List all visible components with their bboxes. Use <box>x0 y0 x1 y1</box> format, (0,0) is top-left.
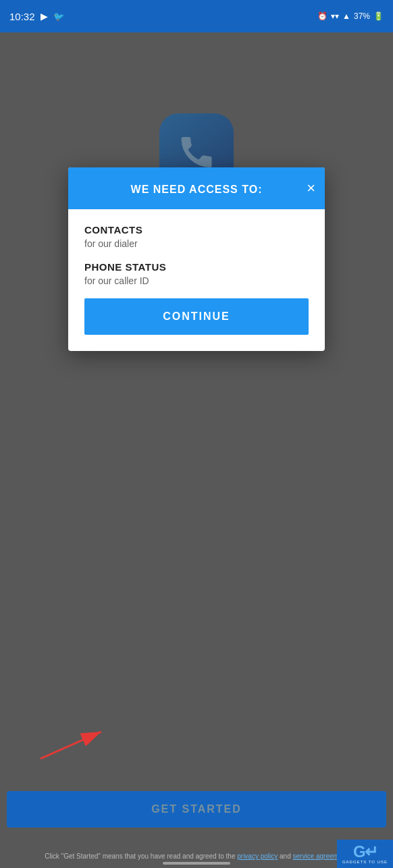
main-background: Caller ID WE NEED ACCESS TO: × CONTACTS … <box>0 32 393 868</box>
privacy-policy-link[interactable]: privacy policy <box>237 852 278 860</box>
modal-header: WE NEED ACCESS TO: × <box>68 167 325 209</box>
signal-icon: ▲ <box>342 11 350 21</box>
watermark-logo: G↵ <box>353 844 377 860</box>
footer-and: and <box>280 852 292 860</box>
battery-text: 37% <box>354 11 370 21</box>
contacts-permission-desc: for our dialer <box>84 238 309 249</box>
get-started-label: GET STARTED <box>151 803 242 815</box>
wifi-icon: ▾▾ <box>331 11 339 21</box>
permission-modal: WE NEED ACCESS TO: × CONTACTS for our di… <box>68 167 325 351</box>
phone-status-permission-desc: for our caller ID <box>84 275 309 286</box>
status-bar: 10:32 ▶ 🐦 ⏰ ▾▾ ▲ 37% 🔋 <box>0 0 393 32</box>
phone-status-permission: PHONE STATUS for our caller ID <box>84 261 309 286</box>
footer-text: Click "Get Started" means that you have … <box>0 851 393 861</box>
contacts-permission-name: CONTACTS <box>84 224 309 236</box>
modal-close-button[interactable]: × <box>307 181 315 196</box>
battery-icon: 🔋 <box>373 11 384 21</box>
status-bar-left: 10:32 ▶ 🐦 <box>9 11 64 22</box>
contacts-permission: CONTACTS for our dialer <box>84 224 309 249</box>
footer-text-1: Click "Get Started" means that you have … <box>45 852 237 860</box>
modal-header-title: WE NEED ACCESS TO: <box>131 184 263 196</box>
phone-status-permission-name: PHONE STATUS <box>84 261 309 273</box>
continue-button[interactable]: CONTINUE <box>84 298 309 335</box>
svg-line-1 <box>41 732 101 759</box>
status-time: 10:32 <box>9 11 35 22</box>
watermark: G↵ GADGETS TO USE <box>337 840 393 868</box>
modal-body: CONTACTS for our dialer PHONE STATUS for… <box>68 209 325 351</box>
get-started-bar[interactable]: GET STARTED <box>7 791 386 828</box>
status-bar-right: ⏰ ▾▾ ▲ 37% 🔋 <box>317 11 384 21</box>
home-indicator <box>163 862 230 865</box>
youtube-icon: ▶ <box>41 11 48 22</box>
alarm-icon: ⏰ <box>317 11 328 21</box>
watermark-text: GADGETS TO USE <box>342 860 388 864</box>
red-arrow-indicator <box>34 725 115 768</box>
twitter-icon: 🐦 <box>53 11 64 22</box>
